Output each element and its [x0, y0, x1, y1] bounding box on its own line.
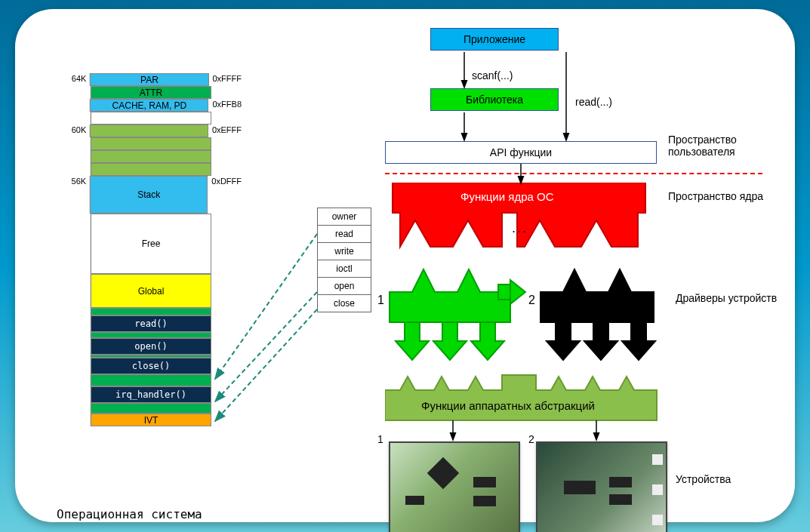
memmap-row: ATTR — [60, 86, 242, 99]
memmap-row — [60, 112, 242, 125]
struct-field: read — [318, 226, 371, 243]
memmap-row: Global — [60, 274, 242, 308]
device-image-2 — [536, 441, 667, 532]
struct-field: close — [318, 295, 371, 312]
memmap-row — [60, 374, 242, 386]
memmap-row: 64KPAR0xFFFF — [60, 73, 242, 86]
memmap-row: close() — [60, 358, 242, 374]
memmap-row — [60, 308, 242, 315]
memmap-row — [60, 403, 242, 414]
struct-table: ownerreadwriteioctlopenclose — [317, 208, 371, 312]
memmap-row — [60, 150, 242, 163]
diagram-card: 64KPAR0xFFFFATTRCACHE, RAM, PD0xFFB860K0… — [15, 9, 795, 522]
memmap-row: read() — [60, 315, 242, 332]
driver-1-label: 1 — [377, 294, 384, 307]
struct-field: ioctl — [318, 260, 371, 278]
struct-field: open — [318, 278, 371, 295]
struct-field: owner — [318, 208, 371, 226]
memmap-row: 60K0xEFFF — [60, 125, 242, 137]
memory-map: 64KPAR0xFFFFATTRCACHE, RAM, PD0xFFB860K0… — [60, 73, 242, 426]
memmap-row: IVT — [60, 414, 242, 426]
memmap-row: 56KStack0xDFFF — [60, 176, 242, 214]
device-image-1 — [389, 441, 520, 532]
memmap-row: irq_handler() — [60, 386, 242, 403]
memmap-row: CACHE, RAM, PD0xFFB8 — [60, 99, 242, 112]
memmap-row — [60, 163, 242, 176]
device-1-label: 1 — [377, 433, 383, 445]
memmap-row — [60, 332, 242, 338]
struct-field: write — [318, 243, 371, 260]
device-2-label: 2 — [528, 433, 534, 445]
memmap-row: Free — [60, 214, 242, 274]
memmap-row — [60, 137, 242, 150]
os-title: Операционная система — [57, 507, 202, 521]
memmap-row: open() — [60, 338, 242, 355]
